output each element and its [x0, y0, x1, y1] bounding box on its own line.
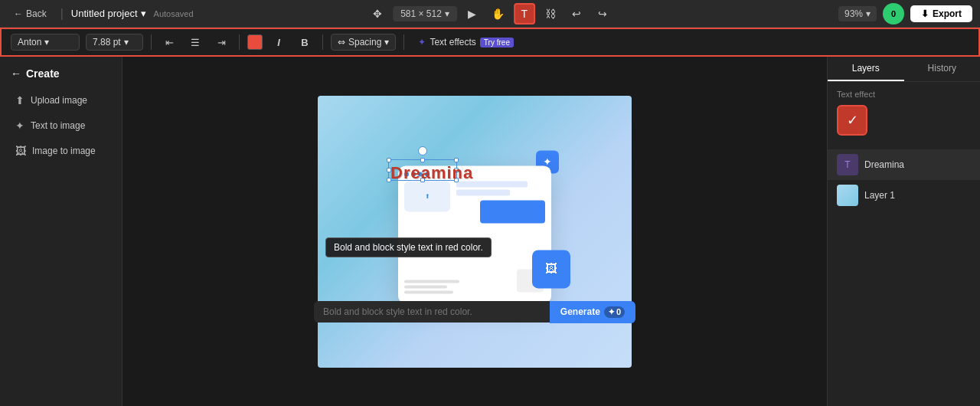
project-chevron-icon: ▾ — [141, 8, 146, 19]
mockup-bottom-lines — [404, 280, 466, 296]
blue-card-icon: 🖼 — [532, 250, 570, 288]
nav-center-tools: ✥ 581 × 512 ▾ ▶ ✋ T ⛓ ↩ ↪ — [367, 3, 613, 25]
image-to-image-icon: 🖼 — [15, 145, 26, 157]
canvas-size-button[interactable]: 581 × 512 ▾ — [393, 6, 457, 21]
align-center-button[interactable]: ☰ — [185, 32, 205, 52]
text-tool-button[interactable]: T — [514, 3, 535, 25]
credit-star-icon: ✦ — [608, 307, 615, 317]
align-right-icon: ⇥ — [217, 37, 226, 48]
canvas-size-text: 581 × 512 — [400, 8, 442, 19]
text-to-image-icon: ✦ — [15, 120, 24, 132]
text-effects-button[interactable]: ✦ Text effects Try free — [412, 34, 520, 50]
spacing-button[interactable]: ⇔ Spacing ▾ — [331, 34, 396, 51]
prompt-input[interactable] — [314, 301, 550, 323]
credit-badge: ✦ 0 — [604, 306, 625, 318]
line-2 — [404, 285, 447, 288]
align-left-button[interactable]: ⇤ — [159, 32, 179, 52]
sidebar-create-header: ← Create — [0, 63, 122, 87]
export-label: Export — [933, 8, 962, 19]
try-free-badge: Try free — [480, 38, 514, 47]
nav-separator: | — [60, 7, 64, 21]
font-family-text: Anton — [18, 37, 41, 47]
font-size-text: 7.88 pt — [93, 37, 121, 47]
sidebar-item-image-to-image[interactable]: 🖼 Image to image — [5, 139, 117, 163]
layer-image-thumbnail — [837, 185, 858, 206]
tab-layers[interactable]: Layers — [828, 57, 904, 81]
toolbar-divider-2 — [239, 34, 240, 50]
font-family-select[interactable]: Anton ▾ — [11, 34, 80, 51]
link-tool-button[interactable]: ⛓ — [540, 3, 561, 25]
notification-button[interactable]: 0 — [883, 3, 904, 25]
text-toolbar: Anton ▾ 7.88 pt ▾ ⇤ ☰ ⇥ I B ⇔ Spacing ▾ … — [0, 28, 980, 57]
zoom-chevron-icon: ▾ — [866, 8, 871, 19]
generate-label: Generate — [560, 306, 600, 317]
align-center-icon: ☰ — [191, 37, 200, 48]
project-name-text: Untitled project — [71, 8, 138, 19]
zoom-control[interactable]: 93% ▾ — [838, 6, 877, 21]
canvas-size-chevron-icon: ▾ — [445, 8, 449, 19]
autosaved-status: Autosaved — [154, 9, 194, 18]
effect-checkmark-icon: ✓ — [847, 112, 858, 129]
layer-item-layer1[interactable]: Layer 1 — [828, 180, 980, 211]
align-left-icon: ⇤ — [165, 37, 174, 48]
mockup-line-2 — [456, 189, 510, 195]
sidebar-item-text-to-image[interactable]: ✦ Text to image — [5, 113, 117, 138]
main-layout: ← Create ⬆ Upload image ✦ Text to image … — [0, 57, 980, 406]
text-color-swatch[interactable] — [247, 34, 263, 50]
layer-1-name: Layer 1 — [864, 190, 895, 201]
canvas-text-dreamina[interactable]: Dreamina — [390, 163, 473, 183]
sidebar-item-upload[interactable]: ⬆ Upload image — [5, 88, 117, 113]
text-tool-icon: T — [521, 8, 528, 20]
back-button[interactable]: ← Back — [8, 6, 53, 21]
back-label: Back — [26, 8, 47, 19]
link-tool-icon: ⛓ — [545, 8, 556, 20]
line-3 — [404, 290, 453, 293]
italic-button[interactable]: I — [269, 32, 289, 52]
canvas-image: ✦ ⬆ — [318, 96, 632, 368]
prompt-bar: Generate ✦ 0 — [314, 301, 635, 323]
left-sidebar: ← Create ⬆ Upload image ✦ Text to image … — [0, 57, 122, 406]
canvas-wrapper: ✦ ⬆ — [318, 96, 632, 368]
text-effect-label: Text effect — [837, 90, 971, 99]
text-effect-thumbnail[interactable]: ✓ — [837, 105, 867, 136]
export-icon: ⬇ — [921, 8, 929, 19]
line-1 — [404, 280, 459, 283]
prompt-tooltip: Bold and block style text in red color. — [325, 237, 492, 257]
layer-dreamina-name: Dreamina — [864, 159, 904, 170]
mockup-blue-bar — [480, 200, 545, 223]
generate-button[interactable]: Generate ✦ 0 — [550, 301, 635, 323]
font-size-chevron-icon: ▾ — [124, 37, 129, 47]
tab-history[interactable]: History — [904, 57, 981, 81]
redo-button[interactable]: ↪ — [592, 3, 613, 25]
toolbar-divider-4 — [403, 34, 404, 50]
export-button[interactable]: ⬇ Export — [910, 5, 972, 22]
spacing-chevron-icon: ▾ — [384, 37, 389, 47]
top-navbar: ← Back | Untitled project ▾ Autosaved ✥ … — [0, 0, 980, 28]
mockup-upload-area: ⬆ — [404, 181, 450, 211]
right-sidebar: Layers History Text effect ✓ T Dreamina … — [827, 57, 980, 406]
redo-icon: ↪ — [598, 8, 607, 20]
bold-icon: B — [301, 37, 308, 48]
handle-top-middle[interactable] — [420, 158, 425, 162]
layer-item-dreamina[interactable]: T Dreamina — [828, 149, 980, 180]
create-label: Create — [26, 67, 60, 80]
toolbar-divider-1 — [151, 34, 152, 50]
handle-top-left[interactable] — [387, 158, 391, 162]
right-sidebar-tabs: Layers History — [828, 57, 980, 82]
hand-tool-button[interactable]: ✋ — [488, 3, 509, 25]
rotate-handle[interactable] — [418, 146, 427, 156]
move-tool-button[interactable]: ✥ — [367, 3, 388, 25]
undo-icon: ↩ — [572, 8, 581, 20]
text-effects-star-icon: ✦ — [418, 37, 426, 47]
font-size-select[interactable]: 7.88 pt ▾ — [86, 34, 143, 51]
layer-text-icon: T — [837, 154, 858, 175]
play-tool-button[interactable]: ▶ — [462, 3, 483, 25]
text-to-image-label: Text to image — [31, 120, 85, 131]
project-title[interactable]: Untitled project ▾ — [71, 8, 146, 19]
undo-button[interactable]: ↩ — [566, 3, 587, 25]
bold-button[interactable]: B — [295, 32, 315, 52]
zoom-level-text: 93% — [844, 8, 863, 19]
align-right-button[interactable]: ⇥ — [211, 32, 231, 52]
canvas-area[interactable]: ✦ ⬆ — [122, 57, 827, 406]
handle-top-right[interactable] — [454, 158, 459, 162]
